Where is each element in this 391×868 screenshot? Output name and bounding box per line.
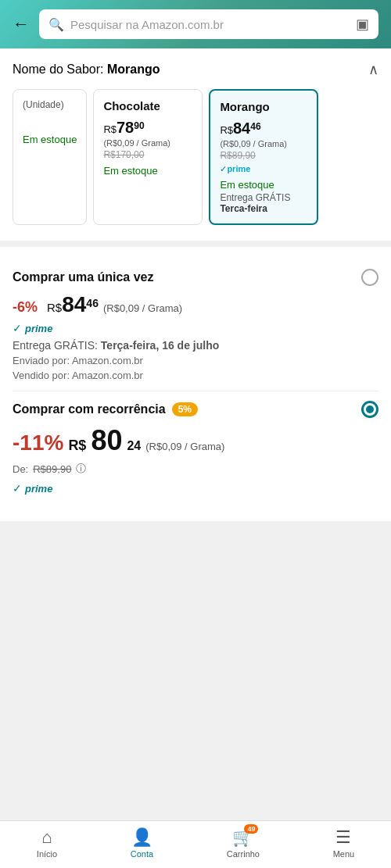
buy-once-radio[interactable] xyxy=(361,269,378,286)
recurrent-prime-logo: prime xyxy=(25,483,52,495)
cart-badge: 49 xyxy=(244,824,258,834)
nav-account[interactable]: 👤 Conta xyxy=(131,827,153,859)
camera-icon[interactable]: ▣ xyxy=(356,16,369,33)
back-button[interactable]: ← xyxy=(13,14,30,34)
chocolate-in-stock: Em estoque xyxy=(103,165,192,177)
buy-once-delivery-date: Terça-feira, 16 de julho xyxy=(101,339,219,352)
recurrent-prime-row: ✓ prime xyxy=(13,482,378,495)
selected-flavor-name: Morango xyxy=(107,63,160,76)
recurrent-currency: R$ xyxy=(68,438,86,454)
info-icon[interactable]: ⓘ xyxy=(76,462,86,476)
morango-per-unit: (R$0,09 / Grama) xyxy=(220,139,307,148)
nav-cart[interactable]: 🛒 49 Carrinho xyxy=(227,827,260,859)
chocolate-per-unit: (R$0,09 / Grama) xyxy=(103,138,192,148)
partial-in-stock: Em estoque xyxy=(23,134,77,145)
morango-price: R$8446 xyxy=(220,120,307,138)
nav-cart-label: Carrinho xyxy=(227,849,260,859)
buy-once-header: Comprar uma única vez xyxy=(13,269,378,286)
search-placeholder: Pesquisar na Amazon.com.br xyxy=(70,18,350,31)
account-icon: 👤 xyxy=(131,827,152,848)
search-bar[interactable]: 🔍 Pesquisar na Amazon.com.br ▣ xyxy=(39,9,378,39)
chocolate-price: R$7890 xyxy=(103,119,192,137)
nav-menu-label: Menu xyxy=(333,849,355,859)
morango-name: Morango xyxy=(220,100,307,113)
recurrent-discount: -11% xyxy=(13,430,63,455)
recurrent-price-int: 80 xyxy=(91,424,122,457)
top-bar: ← 🔍 Pesquisar na Amazon.com.br ▣ xyxy=(0,0,391,48)
buy-once-sender: Enviado por: Amazon.com.br xyxy=(13,355,378,366)
buy-recurrent-option[interactable]: Comprar com recorrência 5% -11% R$ 80 24… xyxy=(13,391,378,509)
recurrent-title-row: Comprar com recorrência 5% xyxy=(13,402,198,416)
flavor-section: Nome do Sabor: Morango ∧ (Unidade) Em es… xyxy=(0,48,391,241)
nav-home-label: Início xyxy=(37,849,57,859)
recurrent-title: Comprar com recorrência xyxy=(13,402,166,416)
flavor-cards: (Unidade) Em estoque Chocolate R$7890 (R… xyxy=(13,89,378,228)
nav-menu[interactable]: ☰ Menu xyxy=(333,827,355,859)
buy-once-discount: -6% xyxy=(13,299,38,316)
buy-once-price-row: -6% R$8446 (R$0,09 / Grama) xyxy=(13,292,378,317)
recurrent-original-price: R$89,90 xyxy=(33,463,71,475)
buy-recurrent-radio[interactable] xyxy=(361,401,378,418)
search-icon: 🔍 xyxy=(48,17,64,32)
flavor-card-morango[interactable]: Morango R$8446 (R$0,09 / Grama) R$89,90 … xyxy=(209,89,318,225)
recurrent-original-label: De: xyxy=(13,463,28,475)
morango-free-delivery: Entrega GRÁTIS xyxy=(220,192,307,203)
flavor-label: Nome do Sabor: Morango xyxy=(13,63,160,77)
purchase-section: Comprar uma única vez -6% R$8446 (R$0,09… xyxy=(0,247,391,521)
flavor-header: Nome do Sabor: Morango ∧ xyxy=(13,61,378,78)
buy-once-per-unit: (R$0,09 / Grama) xyxy=(103,302,182,314)
bottom-nav: ⌂ Início 👤 Conta 🛒 49 Carrinho ☰ Menu xyxy=(0,820,391,868)
cart-wrapper: 🛒 49 xyxy=(232,827,253,848)
buy-once-seller: Vendido por: Amazon.com.br xyxy=(13,370,378,381)
chocolate-name: Chocolate xyxy=(103,99,192,113)
recurrent-price-row: -11% R$ 80 24 (R$0,09 / Grama) xyxy=(13,424,378,457)
morango-in-stock: Em estoque xyxy=(220,179,307,191)
nav-home[interactable]: ⌂ Início xyxy=(37,827,57,859)
morango-delivery-day: Terca-feira xyxy=(220,203,307,214)
morango-original-price: R$89,90 xyxy=(220,150,307,161)
recurrent-per-unit: (R$0,09 / Grama) xyxy=(145,441,224,452)
morango-prime: ✓prime xyxy=(220,164,307,174)
chevron-up-icon[interactable]: ∧ xyxy=(368,61,378,78)
recurrent-badge: 5% xyxy=(172,402,198,416)
buy-once-prime-logo: prime xyxy=(25,323,52,334)
menu-icon: ☰ xyxy=(335,827,351,848)
recurrent-prime-check: ✓ xyxy=(13,482,22,495)
flavor-card-chocolate[interactable]: Chocolate R$7890 (R$0,09 / Grama) R$170,… xyxy=(93,89,203,225)
buy-once-currency: R$8446 xyxy=(47,292,99,317)
recurrent-original-row: De: R$89,90 ⓘ xyxy=(13,462,378,476)
buy-recurrent-header: Comprar com recorrência 5% xyxy=(13,401,378,418)
buy-once-option[interactable]: Comprar uma única vez -6% R$8446 (R$0,09… xyxy=(13,259,378,391)
partial-unit-label: (Unidade) xyxy=(23,99,77,110)
chocolate-original-price: R$170,00 xyxy=(103,149,192,160)
recurrent-price-dec: 24 xyxy=(127,439,141,453)
buy-once-title: Comprar uma única vez xyxy=(13,270,154,284)
buy-once-prime-row: ✓ prime xyxy=(13,322,378,334)
buy-once-prime-check: ✓ xyxy=(13,322,22,334)
flavor-card-partial[interactable]: (Unidade) Em estoque xyxy=(13,89,87,225)
nav-account-label: Conta xyxy=(131,849,153,859)
buy-once-delivery: Entrega GRÁTIS: Terça-feira, 16 de julho xyxy=(13,339,378,352)
home-icon: ⌂ xyxy=(41,827,52,848)
